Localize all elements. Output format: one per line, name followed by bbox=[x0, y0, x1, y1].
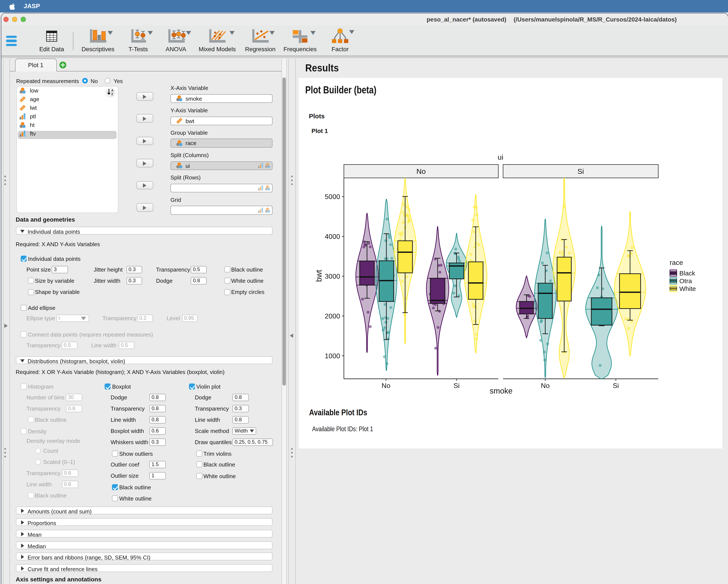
svg-text:bwt: bwt bbox=[314, 270, 323, 282]
svg-text:4000: 4000 bbox=[325, 233, 340, 240]
svg-text:1000: 1000 bbox=[325, 352, 340, 360]
svg-text:Si: Si bbox=[613, 382, 619, 390]
svg-text:Z: Z bbox=[111, 92, 113, 96]
svg-text:5000: 5000 bbox=[325, 193, 340, 201]
svg-text:race: race bbox=[670, 259, 683, 266]
svg-text:No: No bbox=[541, 382, 550, 390]
svg-text:Si: Si bbox=[577, 167, 584, 176]
svg-text:ui: ui bbox=[498, 153, 503, 161]
svg-text:3000: 3000 bbox=[325, 272, 340, 280]
svg-text:smoke: smoke bbox=[490, 387, 513, 395]
svg-text:Black: Black bbox=[679, 270, 695, 277]
svg-text:Si: Si bbox=[453, 382, 460, 390]
svg-text:2000: 2000 bbox=[325, 312, 340, 320]
svg-text:A: A bbox=[111, 89, 113, 92]
svg-text:Otra: Otra bbox=[679, 277, 692, 285]
svg-text:White: White bbox=[679, 285, 696, 292]
svg-text:No: No bbox=[417, 167, 426, 176]
svg-text:No: No bbox=[382, 382, 390, 390]
